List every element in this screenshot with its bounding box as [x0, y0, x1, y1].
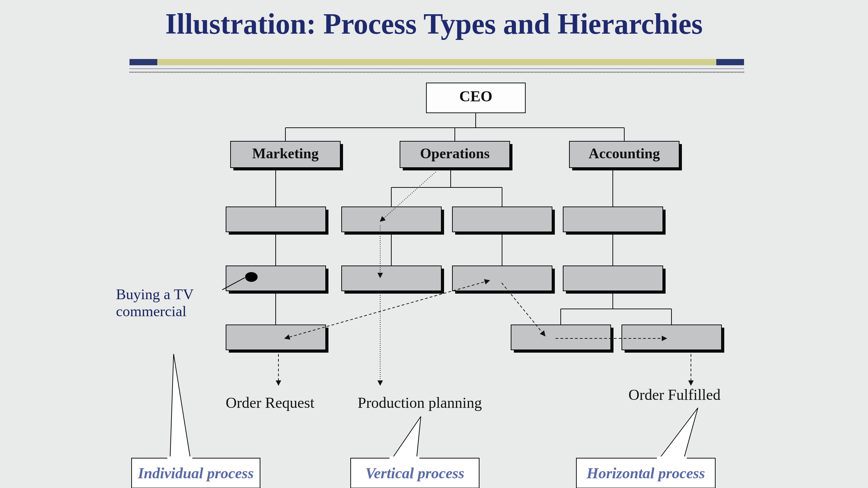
svg-rect-45 [452, 266, 552, 291]
callout-individual-label: Individual process [132, 464, 260, 482]
order-fulfilled-label: Order Fulfilled [628, 386, 720, 404]
callout-vertical-label: Vertical process [351, 464, 479, 482]
svg-rect-49 [226, 325, 326, 350]
svg-rect-37 [452, 207, 552, 232]
individual-process-dot [245, 272, 258, 282]
row3-ops-b [452, 266, 555, 294]
dept-accounting-label: Accounting [569, 145, 679, 162]
svg-rect-59 [390, 456, 419, 460]
row3-acc [563, 266, 666, 294]
svg-rect-2 [716, 59, 744, 65]
svg-rect-0 [130, 59, 157, 65]
svg-rect-51 [511, 325, 611, 350]
svg-rect-43 [342, 266, 441, 291]
production-planning-label: Production planning [358, 394, 482, 412]
dept-marketing-label: Marketing [231, 145, 340, 162]
svg-marker-55 [170, 354, 190, 458]
row4-mkt [226, 325, 328, 353]
tv-commercial-label: Buying a TV commercial [116, 286, 227, 320]
svg-rect-62 [657, 456, 687, 460]
svg-marker-58 [392, 417, 421, 458]
svg-rect-53 [622, 325, 721, 350]
row4-acc-b [622, 325, 724, 353]
svg-rect-1 [157, 59, 716, 65]
order-request-label: Order Request [226, 394, 314, 412]
row2-ops-a [342, 207, 444, 235]
row3-ops-a [342, 266, 444, 294]
svg-marker-61 [660, 408, 698, 458]
dept-operations-label: Operations [400, 145, 510, 162]
svg-rect-39 [563, 207, 663, 232]
svg-rect-56 [167, 456, 192, 460]
svg-rect-47 [563, 266, 663, 291]
row2-ops-b [452, 207, 555, 235]
row2-acc [563, 207, 666, 235]
svg-rect-41 [226, 266, 326, 291]
ceo-label: CEO [426, 87, 525, 105]
diagram-svg [0, 0, 868, 488]
row2-mkt [226, 207, 328, 235]
callout-horizontal-label: Horizontal process [576, 464, 715, 482]
svg-rect-35 [342, 207, 441, 232]
svg-rect-33 [226, 207, 326, 232]
